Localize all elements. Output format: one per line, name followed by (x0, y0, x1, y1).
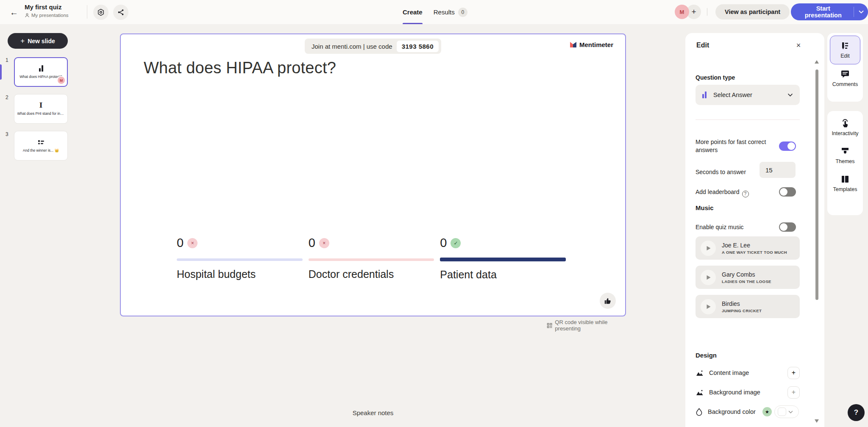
breadcrumb-label: My presentations (31, 13, 69, 18)
background-color-row: Background color ★ (696, 405, 800, 419)
premium-star-badge: ★ (762, 407, 772, 416)
breadcrumb[interactable]: My presentations (25, 13, 69, 18)
rail-interactivity-button[interactable]: Interactivity (830, 114, 860, 141)
track-song: LADIES ON THE LOOSE (722, 279, 771, 284)
text-cursor-icon: I (39, 102, 42, 108)
question-type-select[interactable]: Select Answer (696, 85, 800, 105)
enable-music-label: Enable quiz music (696, 223, 744, 231)
play-button[interactable] (701, 270, 716, 285)
answer-label: Patient data (440, 269, 566, 281)
background-color-select[interactable] (774, 405, 799, 418)
add-content-image-button[interactable]: + (787, 367, 800, 379)
panel-scrollbar (815, 60, 818, 423)
question-title[interactable]: What does HIPAA protect? (144, 59, 336, 77)
thumbs-up-icon (604, 297, 612, 305)
edit-panel: Edit × Question type Select Answer More … (685, 33, 824, 427)
add-background-image-button[interactable]: + (787, 386, 800, 399)
person-icon (25, 13, 30, 18)
settings-button[interactable] (93, 5, 108, 20)
header: ← My first quiz My presentations Create … (0, 0, 868, 24)
wrong-answer-icon: × (187, 238, 198, 248)
mentimeter-logo: Mentimeter (570, 41, 613, 48)
background-image-label: Background image (709, 389, 760, 396)
join-text: Join at menti.com | use code (312, 43, 392, 50)
close-panel-button[interactable]: × (793, 40, 804, 51)
speaker-notes-toggle[interactable]: Speaker notes (120, 409, 626, 416)
answer-option-3: 0 ✓ Patient data (440, 236, 566, 281)
view-as-participant-button[interactable]: View as participant (715, 4, 790, 19)
rail-comments-label: Comments (832, 81, 858, 87)
seconds-input[interactable] (760, 162, 796, 178)
tab-results-label: Results (434, 8, 455, 16)
plus-icon: + (20, 37, 25, 45)
scrollbar-thumb[interactable] (815, 69, 818, 300)
share-button[interactable] (113, 5, 128, 20)
divider (87, 5, 87, 19)
tab-results[interactable]: Results 0 (434, 0, 467, 24)
selected-slide-accent (0, 64, 2, 80)
rail-group-1: Edit Comments (827, 33, 863, 102)
comments-icon (840, 69, 850, 79)
start-presentation-button[interactable]: Start presentation (791, 3, 854, 20)
scroll-up-arrow[interactable] (815, 60, 819, 64)
start-presentation-dropdown[interactable] (854, 3, 868, 20)
interactivity-icon (840, 119, 850, 128)
leaderboard-icon (38, 139, 45, 145)
answer-option-2: 0 × Doctor credentials (309, 236, 434, 281)
track-artist: Joe E. Lee (722, 242, 787, 249)
settings-icon (97, 8, 105, 16)
slide-thumbnail-title: What does PHI stand for in … (17, 111, 65, 116)
tab-create[interactable]: Create (403, 0, 423, 24)
answer-label: Hospital budgets (177, 268, 303, 280)
slide-thumbnail-3[interactable]: And the winner is... 👑 (14, 131, 68, 161)
background-color-label: Background color (708, 408, 756, 415)
content-image-label: Content image (709, 369, 749, 376)
rail-themes-button[interactable]: Themes (830, 141, 860, 169)
help-button[interactable]: ? (848, 404, 865, 421)
rail-comments-button[interactable]: Comments (830, 64, 860, 92)
avatar[interactable]: M (675, 5, 689, 19)
rail-templates-button[interactable]: Templates (830, 169, 860, 197)
enable-music-toggle[interactable] (779, 222, 796, 232)
play-button[interactable] (701, 299, 716, 314)
slide-canvas: Join at menti.com | use code 3193 5860 M… (120, 33, 626, 316)
qr-note-text: QR code visible while presenting (555, 319, 626, 332)
play-icon (706, 304, 711, 309)
question-type-value: Select Answer (713, 92, 752, 98)
bar-chart-icon (39, 65, 43, 72)
toggle-knob (780, 223, 787, 231)
scroll-down-arrow[interactable] (815, 419, 819, 423)
toggle-knob (787, 142, 795, 150)
back-button[interactable]: ← (8, 7, 19, 18)
leaderboard-toggle[interactable] (779, 187, 796, 197)
slide-thumbnail-title: And the winner is... 👑 (23, 148, 59, 152)
rail-templates-label: Templates (833, 186, 857, 192)
slide-thumbnail-2[interactable]: I What does PHI stand for in … (14, 94, 68, 124)
play-button[interactable] (701, 241, 716, 256)
track-artist: Gary Combs (722, 271, 771, 278)
track-artist: Birdies (722, 300, 762, 307)
slide-thumbnail-1[interactable]: What does HIPAA protect? M (14, 57, 68, 87)
track-song: A ONE WAY TICKET TOO MUCH (722, 250, 787, 255)
more-points-toggle[interactable] (779, 141, 796, 151)
result-bar (309, 258, 434, 261)
music-track-2: Gary Combs LADIES ON THE LOOSE (696, 266, 800, 289)
rail-group-2: Interactivity Themes Templates (827, 111, 863, 215)
templates-icon (840, 175, 850, 184)
rail-edit-button[interactable]: Edit (830, 36, 860, 64)
mentimeter-logo-text: Mentimeter (579, 41, 613, 48)
join-code: 3193 5860 (397, 41, 439, 52)
color-swatch (778, 408, 786, 416)
new-slide-button[interactable]: + New slide (8, 33, 68, 49)
answers-chart: 0 × Hospital budgets 0 × Doctor credenti… (177, 236, 566, 281)
chevron-down-icon (788, 410, 793, 413)
seconds-label: Seconds to answer (696, 168, 746, 176)
rail-themes-label: Themes (835, 158, 854, 164)
wrong-answer-icon: × (319, 238, 329, 248)
panel-title: Edit (696, 42, 709, 49)
mentimeter-editor: ← My first quiz My presentations Create … (0, 0, 868, 427)
content-image-row: Content image + (696, 366, 800, 380)
leaderboard-label: Add leaderboard? (696, 188, 749, 197)
help-icon[interactable]: ? (742, 191, 749, 197)
results-count-badge: 0 (458, 8, 467, 17)
